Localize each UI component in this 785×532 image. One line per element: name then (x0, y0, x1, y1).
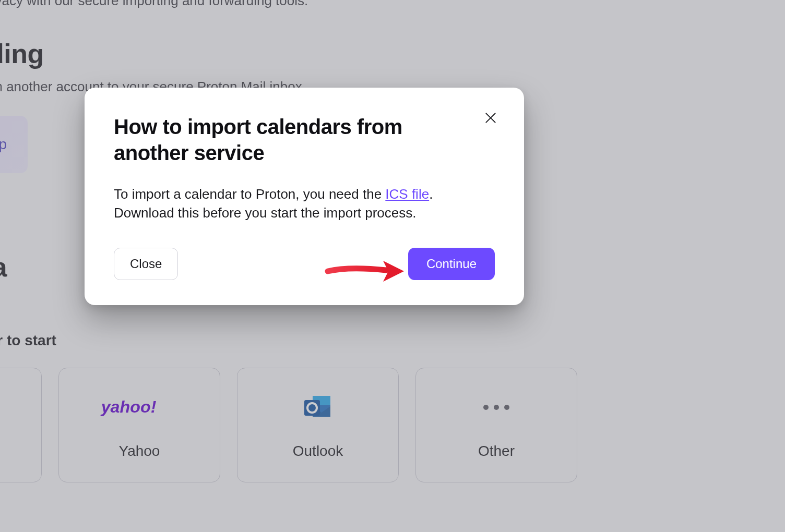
modal-body: To import a calendar to Proton, you need… (114, 185, 490, 223)
import-calendar-modal: How to import calendars from another ser… (85, 88, 524, 305)
continue-button[interactable]: Continue (408, 248, 495, 280)
close-icon[interactable] (481, 108, 500, 127)
close-button[interactable]: Close (114, 248, 178, 280)
modal-body-pre: To import a calendar to Proton, you need… (114, 186, 385, 202)
modal-title: How to import calendars from another ser… (114, 114, 448, 166)
modal-actions: Close Continue (114, 248, 495, 280)
ics-file-link[interactable]: ICS file (385, 186, 429, 202)
